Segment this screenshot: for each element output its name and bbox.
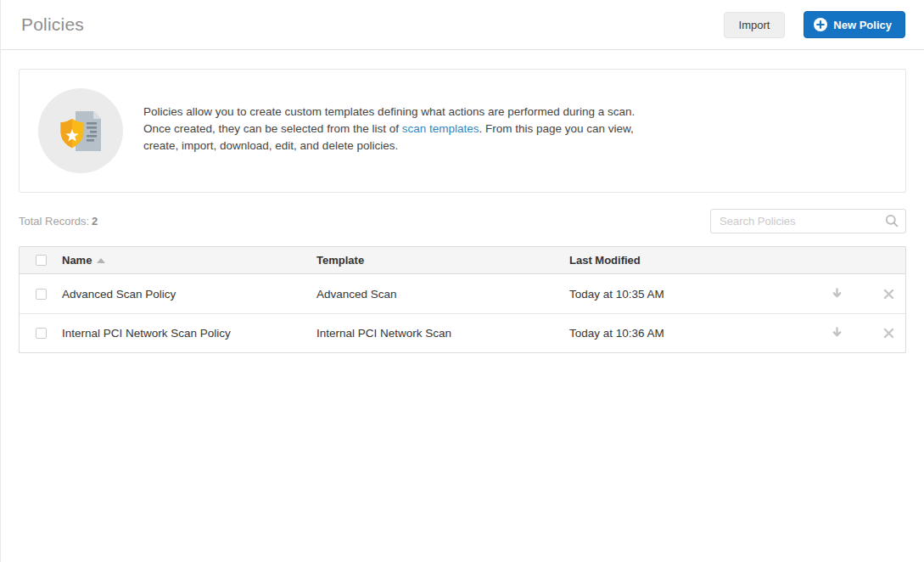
policies-description: Policies allow you to create custom temp… [143, 104, 665, 155]
total-records-value: 2 [92, 215, 98, 228]
table-toolbar: Total Records:2 [19, 209, 906, 233]
total-records: Total Records:2 [19, 215, 98, 228]
search-icon[interactable] [885, 214, 899, 228]
policy-name-cell[interactable]: Advanced Scan Policy [62, 288, 316, 301]
row-actions [820, 288, 905, 301]
policy-name-cell[interactable]: Internal PCI Network Scan Policy [62, 327, 316, 340]
sort-ascending-icon [97, 258, 105, 263]
row-checkbox-cell [20, 289, 62, 300]
column-header-template[interactable]: Template [316, 254, 569, 267]
policy-shield-document-icon [38, 88, 123, 173]
select-all-checkbox[interactable] [36, 255, 47, 266]
policy-template-cell: Advanced Scan [316, 288, 569, 301]
column-header-name[interactable]: Name [62, 254, 316, 267]
delete-x-icon[interactable] [882, 327, 895, 340]
row-checkbox[interactable] [36, 328, 47, 339]
download-icon[interactable] [831, 288, 843, 301]
new-policy-label: New Policy [833, 20, 892, 31]
delete-x-icon[interactable] [882, 288, 895, 301]
search-input[interactable] [710, 209, 906, 233]
table-header-row: Name Template Last Modified [20, 247, 905, 274]
new-policy-button[interactable]: New Policy [804, 11, 905, 38]
page-title: Policies [21, 14, 84, 35]
row-checkbox-cell [20, 328, 62, 339]
table-row[interactable]: Internal PCI Network Scan Policy Interna… [20, 313, 905, 352]
policy-last-modified-cell: Today at 10:35 AM [569, 288, 820, 301]
policies-info-box: Policies allow you to create custom temp… [19, 69, 906, 193]
download-icon[interactable] [831, 327, 843, 340]
plus-circle-icon [814, 18, 827, 31]
policies-table: Name Template Last Modified Advanced Sca… [19, 246, 906, 353]
table-row[interactable]: Advanced Scan Policy Advanced Scan Today… [20, 274, 905, 313]
row-actions [820, 327, 905, 340]
content-area: Policies allow you to create custom temp… [1, 69, 924, 353]
scan-templates-link[interactable]: scan templates [402, 122, 479, 135]
header-checkbox-cell [20, 255, 62, 266]
total-records-label: Total Records: [19, 215, 89, 228]
policy-template-cell: Internal PCI Network Scan [316, 327, 569, 340]
search-box [710, 209, 906, 233]
row-checkbox[interactable] [36, 289, 47, 300]
column-header-last-modified[interactable]: Last Modified [569, 254, 820, 267]
header-actions: Import New Policy [724, 11, 905, 38]
import-button[interactable]: Import [724, 12, 786, 38]
policy-last-modified-cell: Today at 10:36 AM [569, 327, 820, 340]
page-header: Policies Import New Policy [1, 0, 924, 50]
column-header-name-label: Name [62, 254, 92, 267]
